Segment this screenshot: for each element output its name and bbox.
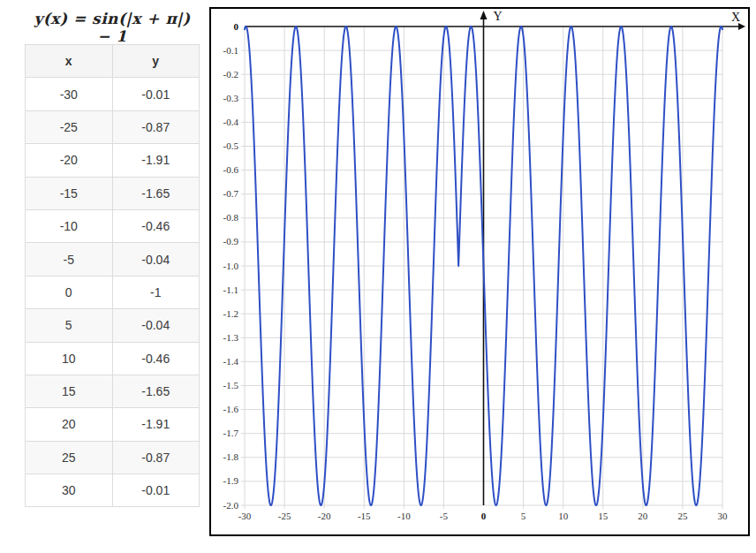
values-table: x y -30-0.01-25-0.87-20-1.91-15-1.65-10-… xyxy=(25,44,200,507)
x-tick-label: -5 xyxy=(440,511,449,521)
table-row: -5-0.04 xyxy=(26,243,200,276)
table-cell-x: -20 xyxy=(26,144,113,177)
x-tick-label: 30 xyxy=(718,511,729,521)
x-tick-label: 5 xyxy=(521,511,526,521)
y-tick-label: -0.8 xyxy=(223,212,239,223)
x-axis-arrow-icon xyxy=(738,23,745,30)
x-tick-label: 10 xyxy=(558,511,569,521)
y-tick-label: -0.4 xyxy=(223,117,239,127)
table-cell-x: 10 xyxy=(26,342,113,375)
table-cell-y: -0.01 xyxy=(112,78,200,110)
y-tick-label: -0.7 xyxy=(223,188,239,199)
y-tick-label: -0.5 xyxy=(223,140,239,151)
y-tick-label: -1.4 xyxy=(223,356,239,367)
table-cell-x: 0 xyxy=(26,276,113,308)
y-axis-arrow-icon xyxy=(480,11,488,19)
y-tick-label: -1.5 xyxy=(223,380,239,390)
table-row: 20-1.91 xyxy=(26,408,200,441)
table-row: 10-0.46 xyxy=(26,342,200,375)
table-cell-y: -0.87 xyxy=(112,441,200,473)
table-header-x: x xyxy=(26,45,113,78)
function-formula: y(x) = sin(|x + π|) − 1 xyxy=(25,10,200,45)
x-tick-label: -20 xyxy=(318,511,331,521)
table-row: 25-0.87 xyxy=(26,441,200,473)
x-tick-label: 15 xyxy=(598,511,609,521)
table-cell-y: -1.91 xyxy=(112,408,200,441)
x-tick-label: 0 xyxy=(481,511,487,521)
y-axis-title: Y xyxy=(494,10,503,23)
table-cell-y: -1 xyxy=(112,276,200,308)
y-tick-label: -1.6 xyxy=(223,404,239,414)
table-cell-x: 5 xyxy=(26,309,113,342)
table-cell-y: -0.04 xyxy=(112,243,200,276)
x-tick-label: 20 xyxy=(638,511,648,521)
table-row: 5-0.04 xyxy=(26,309,200,342)
y-tick-label: -0.1 xyxy=(223,45,238,56)
table-cell-x: -15 xyxy=(26,177,113,209)
y-tick-label: -1.2 xyxy=(223,308,238,319)
table-cell-y: -1.91 xyxy=(112,144,200,177)
table-cell-x: 15 xyxy=(26,375,113,407)
y-tick-label: -0.2 xyxy=(223,69,238,80)
y-tick-label: 0 xyxy=(234,21,239,32)
table-cell-x: 30 xyxy=(26,474,113,507)
x-tick-label: 25 xyxy=(677,511,688,521)
table-cell-y: -1.65 xyxy=(112,375,200,407)
table-row: -20-1.91 xyxy=(26,144,200,177)
table-header-y: y xyxy=(112,45,200,78)
table-row: 30-0.01 xyxy=(26,474,200,507)
table-cell-x: -25 xyxy=(26,110,113,143)
table-row: -15-1.65 xyxy=(26,177,200,209)
x-tick-label: -30 xyxy=(238,511,252,521)
table-cell-y: -0.87 xyxy=(112,110,200,143)
table-row: -10-0.46 xyxy=(26,209,200,242)
y-tick-label: -1.8 xyxy=(223,451,239,462)
y-tick-label: -1.7 xyxy=(223,428,239,438)
table-cell-x: 25 xyxy=(26,441,113,473)
table-cell-y: -0.01 xyxy=(112,474,200,507)
table-row: 15-1.65 xyxy=(26,375,200,407)
table-cell-x: -30 xyxy=(26,78,113,110)
table-cell-y: -0.46 xyxy=(112,209,200,242)
x-tick-label: -15 xyxy=(358,511,371,521)
y-tick-label: -1.9 xyxy=(223,475,239,486)
table-cell-y: -0.46 xyxy=(112,342,200,375)
table-row: -25-0.87 xyxy=(26,110,200,143)
x-axis-title: X xyxy=(731,11,740,24)
table-cell-y: -1.65 xyxy=(112,177,200,209)
y-tick-label: -0.3 xyxy=(223,93,239,103)
table-row: -30-0.01 xyxy=(26,78,200,110)
table-cell-x: -5 xyxy=(26,243,113,276)
table-row: 0-1 xyxy=(26,276,200,308)
table-cell-x: -10 xyxy=(26,209,113,242)
y-tick-label: -1.1 xyxy=(223,284,238,295)
y-tick-label: -0.6 xyxy=(223,164,239,175)
y-tick-label: -1.3 xyxy=(223,332,239,343)
x-tick-label: -10 xyxy=(397,511,411,521)
table-cell-x: 20 xyxy=(26,408,113,441)
table-cell-y: -0.04 xyxy=(112,309,200,342)
x-tick-label: -25 xyxy=(278,511,291,521)
chart-panel: 0-0.1-0.2-0.3-0.4-0.5-0.6-0.7-0.8-0.9-1.… xyxy=(209,7,750,536)
y-tick-label: -0.9 xyxy=(223,236,239,246)
y-tick-label: -2.0 xyxy=(223,500,239,511)
function-plot: 0-0.1-0.2-0.3-0.4-0.5-0.6-0.7-0.8-0.9-1.… xyxy=(211,9,748,534)
y-tick-label: -1.0 xyxy=(223,261,239,271)
table-header-row: x y xyxy=(26,45,200,78)
